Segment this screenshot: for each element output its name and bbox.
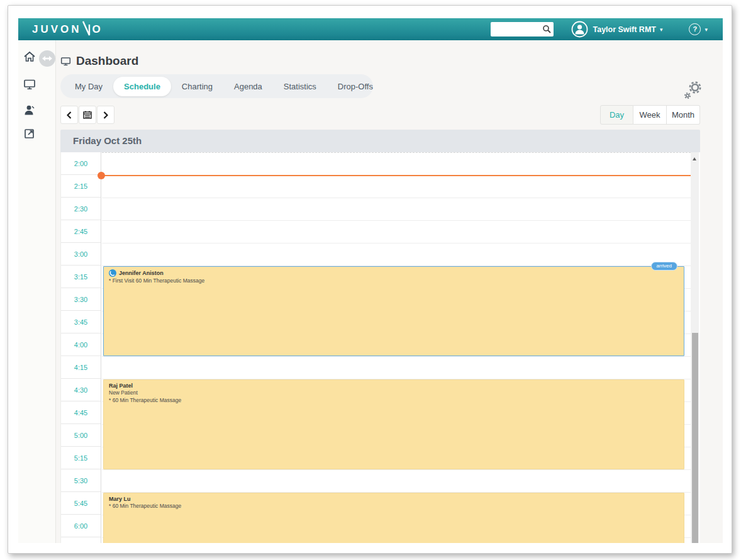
logo-stylized-n-icon	[82, 21, 92, 36]
tab-charting[interactable]: Charting	[171, 77, 223, 96]
left-sidebar	[18, 40, 56, 543]
time-label-2-15: 2:15	[61, 175, 101, 198]
time-label-4-45: 4:45	[61, 401, 101, 424]
avatar-icon	[571, 21, 588, 38]
appointment-patient-name: Jennifer Aniston	[109, 269, 679, 277]
sidebar-item-dashboard[interactable]	[23, 78, 37, 92]
patient-name-text: Jennifer Aniston	[119, 270, 164, 276]
next-day-button[interactable]	[97, 106, 114, 124]
arrived-patient-icon	[109, 269, 116, 277]
time-gutter: 2:002:152:302:453:003:153:303:454:004:15…	[60, 152, 101, 543]
screenshot-frame: JUVONO Taylor Swift RMT ▾ ? ▾	[8, 5, 732, 554]
tab-my-day[interactable]: My Day	[64, 77, 113, 96]
patient-name-text: Mary Lu	[109, 496, 131, 502]
sidebar-item-external[interactable]	[23, 127, 37, 141]
grid-row-2-45[interactable]	[102, 221, 691, 244]
time-label-5-30: 5:30	[61, 469, 101, 492]
tab-schedule[interactable]: Schedule	[113, 77, 171, 96]
time-label-2-45: 2:45	[61, 220, 101, 243]
app-window: JUVONO Taylor Swift RMT ▾ ? ▾	[18, 18, 723, 543]
schedule-grid: Jennifer Aniston* First Visit 60 Min The…	[102, 152, 691, 543]
appointment-detail-line: New Patient	[109, 389, 679, 396]
logo-text-right: O	[92, 24, 103, 35]
appointment-detail-line: * 60 Min Therapeutic Massage	[109, 502, 679, 510]
appointment-detail-line: * 60 Min Therapeutic Massage	[109, 396, 679, 404]
double-arrow-icon	[42, 55, 52, 62]
prev-day-button[interactable]	[60, 106, 78, 124]
time-label-5-45: 5:45	[61, 492, 101, 515]
view-month-button[interactable]: Month	[667, 105, 700, 125]
scrollbar-thumb[interactable]	[692, 333, 698, 543]
user-name: Taylor Swift RMT	[593, 25, 655, 34]
sidebar-item-home[interactable]	[23, 50, 37, 64]
time-label-4-15: 4:15	[61, 356, 101, 379]
current-time-line	[102, 175, 691, 176]
top-bar: JUVONO Taylor Swift RMT ▾ ? ▾	[18, 18, 723, 40]
home-icon	[23, 50, 36, 63]
grid-row-4-15[interactable]	[102, 357, 691, 379]
page-title: Dashboard	[60, 53, 138, 69]
next-icon	[103, 111, 108, 119]
time-label-3-30: 3:30	[61, 288, 101, 311]
juvonno-logo: JUVONO	[32, 21, 103, 38]
scrollbar-up-arrow[interactable]	[693, 157, 696, 160]
prev-icon	[67, 111, 72, 119]
date-header: Friday Oct 25th	[60, 130, 700, 152]
user-menu[interactable]: Taylor Swift RMT ▾	[571, 21, 662, 38]
settings-button[interactable]	[682, 81, 703, 101]
tab-statistics[interactable]: Statistics	[273, 77, 327, 96]
settings-icon	[682, 81, 703, 101]
appointment-patient-name: Raj Patel	[109, 383, 679, 389]
time-label-6-15: 6:15	[61, 537, 101, 543]
calendar-icon	[83, 111, 92, 119]
status-badge-arrived: arrived	[651, 262, 677, 271]
appointment-mary-lu[interactable]: Mary Lu* 60 Min Therapeutic Massage	[103, 493, 684, 543]
grid-row-2-15[interactable]	[102, 176, 691, 198]
grid-row-5-30[interactable]	[102, 470, 691, 493]
grid-row-3-00[interactable]	[102, 244, 691, 266]
dashboard-monitor-icon	[60, 56, 71, 67]
sidebar-collapse-toggle[interactable]	[39, 50, 55, 67]
view-day-button[interactable]: Day	[600, 105, 633, 125]
time-label-4-00: 4:00	[61, 333, 101, 356]
today-calendar-button[interactable]	[79, 106, 96, 124]
time-label-2-00: 2:00	[61, 152, 101, 175]
grid-row-2-30[interactable]	[102, 198, 691, 221]
caret-down-icon: ▾	[705, 26, 708, 33]
time-label-3-45: 3:45	[61, 311, 101, 333]
schedule-day-view: 2:002:152:302:453:003:153:303:454:004:15…	[60, 152, 700, 543]
logo-text-left: JUVON	[32, 24, 82, 35]
grid-row-2-00[interactable]	[102, 153, 691, 176]
monitor-icon	[23, 78, 36, 91]
help-menu[interactable]: ? ▾	[689, 23, 708, 35]
appointment-patient-name: Mary Lu	[109, 496, 679, 502]
dashboard-tabs: My DayScheduleChartingAgendaStatisticsDr…	[60, 74, 373, 98]
time-label-3-00: 3:00	[61, 243, 101, 266]
caret-down-icon: ▾	[660, 26, 663, 33]
current-time-dot	[98, 172, 105, 179]
time-label-5-00: 5:00	[61, 424, 101, 447]
help-icon: ?	[689, 23, 701, 35]
page-title-text: Dashboard	[76, 54, 138, 68]
appointment-jennifer-aniston[interactable]: Jennifer Aniston* First Visit 60 Min The…	[103, 266, 684, 356]
view-week-button[interactable]: Week	[633, 105, 667, 125]
patients-icon	[23, 104, 36, 116]
tab-agenda[interactable]: Agenda	[223, 77, 273, 96]
search-icon[interactable]	[542, 25, 551, 33]
external-link-icon	[23, 127, 36, 140]
appointment-raj-patel[interactable]: Raj PatelNew Patient* 60 Min Therapeutic…	[103, 379, 684, 469]
tab-drop-offs[interactable]: Drop-Offs	[327, 77, 384, 96]
sidebar-item-patients[interactable]	[23, 104, 37, 118]
time-label-6-00: 6:00	[61, 515, 101, 537]
main-content: Dashboard My DayScheduleChartingAgendaSt…	[57, 40, 723, 543]
search-box	[491, 22, 554, 36]
time-label-5-15: 5:15	[61, 447, 101, 469]
time-label-2-30: 2:30	[61, 198, 101, 220]
time-label-4-30: 4:30	[61, 379, 101, 401]
calendar-nav	[60, 106, 114, 124]
appointment-detail-line: * First Visit 60 Min Therapeutic Massage	[109, 277, 679, 284]
patient-name-text: Raj Patel	[109, 383, 133, 389]
search-input[interactable]	[494, 22, 538, 36]
scrollbar[interactable]	[691, 152, 699, 543]
view-toggle: DayWeekMonth	[600, 105, 700, 125]
